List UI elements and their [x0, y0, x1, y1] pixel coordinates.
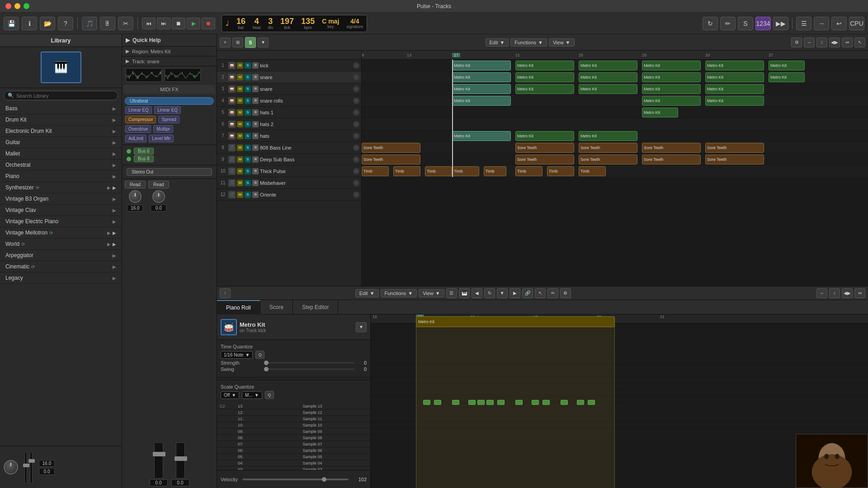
note-row-10[interactable]	[371, 343, 868, 349]
search-box[interactable]: 🔍	[4, 91, 118, 100]
pr-filter-button[interactable]: ▼	[497, 288, 508, 298]
note-row-11[interactable]	[371, 336, 868, 343]
save-button[interactable]: 💾	[4, 17, 19, 30]
sample-item-09[interactable]: 09: Sample 09	[217, 428, 370, 435]
pr-dropdown-button[interactable]: ▼	[356, 322, 367, 332]
fader-handle1[interactable]	[153, 452, 165, 456]
mute-button4[interactable]: M	[237, 98, 243, 104]
mute-button8[interactable]: M	[237, 145, 243, 151]
pr-expand-button[interactable]: ⇔	[854, 288, 865, 298]
smart-button[interactable]: S	[738, 17, 753, 30]
sample-item-04[interactable]: 04: Sample 04	[217, 460, 370, 466]
strength-slider[interactable]	[264, 362, 355, 364]
edit-tool-button[interactable]: ✏	[720, 17, 736, 30]
note-block-7[interactable]	[497, 400, 505, 405]
library-item[interactable]: Legacy ▶	[0, 272, 122, 284]
region-lane2-4[interactable]: Metro Kit	[642, 72, 701, 82]
view-menu-button[interactable]: View ▼	[549, 38, 575, 47]
region-soreteth-5[interactable]: Sore Teeth	[705, 143, 764, 153]
sample-item-12[interactable]: 12: Sample 12	[217, 409, 370, 416]
note-row-p22[interactable]	[371, 418, 868, 425]
library-item[interactable]: Guitar ▶	[0, 137, 122, 148]
pr-settings-button[interactable]: ⚙	[560, 288, 571, 298]
region-2[interactable]: Metro Kit	[579, 61, 637, 70]
bus2-button[interactable]: Bus 8	[134, 155, 154, 162]
info-button[interactable]: ℹ	[22, 17, 37, 30]
multipr-button[interactable]: Multipr	[153, 125, 173, 133]
forward-button[interactable]: ⏭	[157, 18, 170, 29]
sample-item-08[interactable]: 08: Sample 08	[217, 435, 370, 441]
library-item[interactable]: Bass ▶	[0, 103, 122, 114]
note-row-p23[interactable]	[371, 412, 868, 418]
expand-button[interactable]: ⇔	[842, 38, 853, 47]
region-lane4-2[interactable]: Metro Kit	[642, 96, 701, 106]
track-lane-1[interactable]: Metro Kit Metro Kit Metro Kit Metro Kit …	[362, 60, 868, 71]
fader-handle2[interactable]	[175, 456, 187, 461]
region-lane2-1[interactable]: Metro Kit	[452, 72, 511, 82]
piano-roll-tab[interactable]: Piano Roll	[217, 300, 260, 314]
midi-button[interactable]: 🎵	[82, 17, 97, 30]
region-5[interactable]: Metro Kit	[769, 61, 805, 70]
value-box1[interactable]: 16.0	[39, 460, 55, 467]
region-1[interactable]: Metro Kit	[515, 61, 574, 70]
solo-button[interactable]: S	[245, 62, 251, 69]
region-lane7-3[interactable]: Metro Kit	[579, 131, 637, 141]
synthesizer-item[interactable]: Synthesizer ⟳ ▶ ▶	[0, 182, 122, 193]
solo-button6[interactable]: S	[245, 121, 251, 127]
compressor-button[interactable]: Compressor	[125, 116, 156, 123]
pr-zoom-button[interactable]: ↔	[816, 288, 827, 298]
nav-button[interactable]: ◀▶	[829, 38, 840, 47]
help-button[interactable]: ?	[58, 17, 73, 30]
pr-play-button[interactable]: ▶	[509, 288, 520, 298]
zoom-button[interactable]: ↔	[804, 38, 815, 47]
pr-cycle-button[interactable]: ↻	[484, 288, 495, 298]
note-block-13[interactable]	[588, 400, 595, 405]
volume-knob1[interactable]	[129, 190, 142, 203]
metro-kit-region-overlay[interactable]: Metro Kit	[416, 316, 615, 327]
sample-item-11[interactable]: 11: Sample 11	[217, 416, 370, 422]
pr-up-button[interactable]: ↑	[220, 288, 231, 298]
region-soreteth-2[interactable]: Sore Teeth	[515, 143, 574, 153]
solo-button2[interactable]: S	[245, 74, 251, 80]
scale-off-dropdown[interactable]: Off ▼	[221, 391, 239, 399]
functions-menu-button[interactable]: Functions ▼	[510, 38, 547, 47]
linear-eq-button1[interactable]: Linear EQ	[125, 106, 152, 114]
solo-button4[interactable]: S	[245, 98, 251, 104]
fullscreen-button[interactable]	[24, 3, 29, 9]
value-box2[interactable]: 0.0	[39, 468, 55, 475]
cpu-button[interactable]: CPU	[849, 17, 864, 30]
instrument-icon[interactable]: 🎹	[41, 52, 81, 83]
solo-button11[interactable]: S	[245, 180, 251, 186]
region-lane10-5[interactable]: Timb	[484, 166, 506, 176]
sample-item-c2[interactable]: C2 13: Sample 13	[217, 403, 370, 409]
region-soreteth-3[interactable]: Sore Teeth	[579, 143, 637, 153]
region-lane2-6[interactable]: Metro Kit	[769, 72, 805, 82]
mute-button5[interactable]: M	[237, 109, 243, 116]
pr-zoomv-button[interactable]: ↕	[829, 288, 840, 298]
track-lane-7[interactable]: Metro Kit Metro Kit Metro Kit	[362, 130, 868, 142]
s-button[interactable]: S	[245, 37, 256, 48]
region-lane2-2[interactable]: Metro Kit	[515, 72, 574, 82]
library-item[interactable]: Vintage Mellotron ⟳ ▶ ▶	[0, 227, 122, 239]
quantize-button[interactable]: Q	[255, 351, 264, 359]
list-button[interactable]: ☰	[796, 17, 811, 30]
pr-list-button[interactable]: ☰	[446, 288, 457, 298]
sample-list[interactable]: C2 13: Sample 13 12: Sample 12 11:	[217, 403, 370, 470]
overdrive-button[interactable]: Overdrive	[125, 125, 151, 133]
channel-fader1[interactable]	[154, 442, 163, 479]
region-lane10-2[interactable]: Timb	[393, 166, 420, 176]
pr-pencil-button[interactable]: ✏	[547, 288, 558, 298]
strength-thumb[interactable]	[264, 361, 269, 365]
region-soreteth-1[interactable]: Sore Teeth	[362, 143, 420, 153]
note-grid-area[interactable]: 16 17 18 19 20 21	[371, 314, 868, 488]
dropdown-button[interactable]: ▼	[258, 38, 269, 47]
levelmtr-button[interactable]: Level Mtr	[149, 135, 174, 142]
close-button[interactable]	[5, 3, 11, 9]
track-lane-5[interactable]: Metro Kit	[362, 107, 868, 118]
open-button[interactable]: 📂	[40, 17, 55, 30]
library-item[interactable]: Vintage Electric Piano ▶	[0, 216, 122, 227]
fader-thumb2[interactable]	[28, 459, 35, 463]
track-lane-6[interactable]	[362, 118, 868, 130]
region-metro-kit-selected[interactable]: Metro Kit	[452, 61, 511, 70]
mixer-button[interactable]: 🎚	[100, 17, 115, 30]
